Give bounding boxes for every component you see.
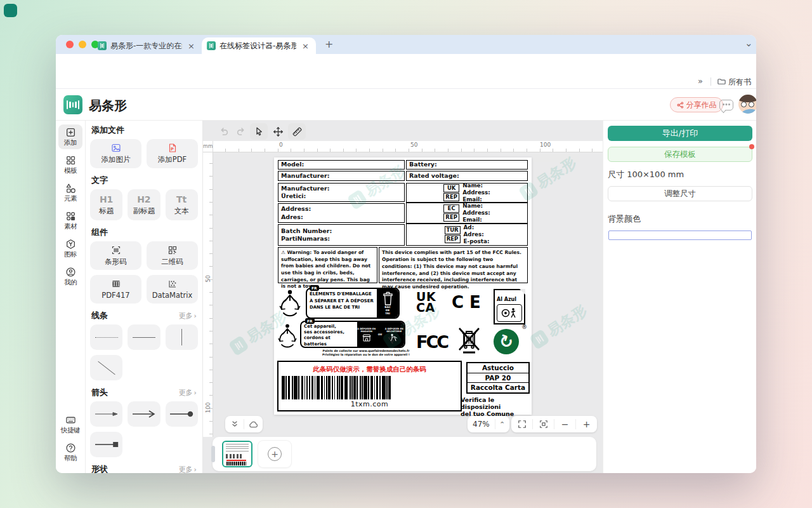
label-field: Manufacturer: — [278, 171, 405, 181]
uk-rep-box: UKREP Name:Address:Email: — [406, 183, 528, 203]
barcode-icon — [111, 245, 121, 255]
bookmarks-overflow-icon[interactable]: » — [698, 76, 703, 86]
fit-to-screen-icon[interactable] — [533, 416, 554, 432]
horizontal-ruler: 0 50 100 — [213, 141, 603, 152]
tab-inactive[interactable]: 易条形-一款专业的在线条形码、 × — [93, 37, 202, 54]
lines-more-link[interactable]: 更多› — [179, 311, 197, 321]
triman-icon — [278, 288, 302, 318]
pages-bar-handle[interactable] — [211, 446, 215, 462]
redo-icon[interactable] — [236, 126, 247, 137]
label-field: Rated voltage: — [406, 171, 528, 181]
text-subtitle-button[interactable]: H2 副标题 — [128, 189, 160, 220]
notification-dot — [749, 144, 754, 149]
export-print-button[interactable]: 导出/打印 — [608, 126, 752, 141]
close-button[interactable] — [66, 41, 74, 48]
desktop-icon[interactable] — [4, 4, 17, 17]
move-tool-icon[interactable] — [273, 126, 284, 137]
rail-item-help[interactable]: 帮助 — [58, 440, 82, 465]
solid-line-item[interactable] — [128, 324, 160, 350]
tab-active[interactable]: 在线标签设计器-易条形 × — [202, 37, 316, 54]
resize-button[interactable]: 调整尺寸 — [608, 186, 752, 201]
label-sheet[interactable]: Model: Manufacturer: Manufacturer:Üretic… — [274, 157, 532, 415]
chevron-right-icon: › — [194, 465, 197, 474]
dechetterie-icon — [390, 333, 398, 342]
barcode-object[interactable]: 此条码仅做演示，需替换成自己的条码 1txm.com — [277, 361, 462, 411]
share-button[interactable]: 分享作品 — [670, 97, 723, 112]
watermark: 易条形 — [528, 301, 591, 352]
tab-strip: 易条形-一款专业的在线条形码、 × 在线标签设计器-易条形 × + ⌄ — [56, 35, 756, 54]
ruler-tool-button[interactable] — [288, 123, 306, 140]
rail-item-add[interactable]: 添加 — [58, 124, 82, 149]
label-field: Battery: — [406, 160, 528, 170]
zoom-buttons-group: − + — [511, 416, 597, 432]
undo-icon[interactable] — [218, 126, 229, 137]
store-icon — [362, 333, 371, 342]
arrow-thin-item[interactable] — [90, 401, 122, 427]
ukca-mark: UKCA — [416, 291, 436, 312]
collection-notes: Points de collecte sur www.quefairedemes… — [312, 349, 420, 357]
rail-item-icons[interactable]: 图标 — [58, 236, 82, 261]
pdf417-component-button[interactable]: PDF417 — [90, 275, 141, 304]
add-pdf-button[interactable]: P 添加PDF — [147, 139, 198, 168]
ce-mark: CE — [452, 293, 487, 312]
arrow-circle-item[interactable] — [166, 401, 198, 427]
fr-tag: FR — [305, 318, 315, 324]
shapes-more-link[interactable]: 更多› — [179, 465, 197, 474]
rail-item-mine[interactable]: 我的 — [58, 264, 82, 289]
label-field: Address:Adres: — [278, 203, 405, 223]
section-title-arrows: 箭头 — [91, 387, 108, 398]
rail-item-templates[interactable]: 模板 — [58, 152, 82, 177]
app-header: 易条形 分享作品 — [56, 89, 756, 121]
site-favicon — [207, 41, 216, 50]
background-color-input[interactable] — [608, 231, 752, 240]
text-title-button[interactable]: H1 标题 — [90, 189, 122, 220]
user-avatar[interactable] — [738, 95, 756, 114]
text-body-button[interactable]: Tt 文本 — [166, 189, 198, 220]
rail-item-shortcuts[interactable]: 快捷键 — [58, 412, 82, 437]
ec-rep-box: ECREP Name:Address:Email: — [406, 203, 528, 224]
tab-title: 在线标签设计器-易条形 — [219, 41, 296, 51]
section-title-files: 添加文件 — [91, 124, 124, 136]
recycle-banner: Cet appareil,ses accessoires,cordons et … — [300, 321, 405, 348]
site-favicon — [98, 41, 107, 50]
arrow-open-item[interactable] — [128, 401, 160, 427]
app-logo-icon[interactable] — [63, 95, 82, 114]
select-tool-button[interactable] — [250, 123, 268, 140]
browser-window: 易条形-一款专业的在线条形码、 × 在线标签设计器-易条形 × + ⌄ http… — [56, 35, 756, 473]
new-tab-button[interactable]: + — [325, 39, 333, 50]
zoom-out-button[interactable]: − — [554, 416, 575, 432]
diagonal-line-item[interactable] — [90, 355, 122, 380]
rail-item-elements[interactable]: 元素 — [58, 180, 82, 205]
vertical-line-item[interactable] — [166, 324, 198, 350]
zoom-level-control[interactable]: 47% ⌃ — [468, 416, 509, 432]
dotted-line-item[interactable] — [90, 324, 122, 350]
arrows-more-link[interactable]: 更多› — [179, 388, 197, 398]
canvas-area[interactable]: mm 0 50 100 50 100 Model: Manufacturer: … — [203, 121, 603, 473]
minimize-button[interactable] — [79, 41, 86, 48]
tab-search-icon[interactable]: ⌄ — [745, 39, 753, 48]
page-thumbnail[interactable] — [222, 441, 252, 467]
zoom-in-button[interactable]: + — [576, 416, 597, 432]
rail-item-materials[interactable]: 素材 — [58, 208, 82, 233]
collapse-pages-icon[interactable] — [225, 416, 244, 432]
fullscreen-icon[interactable] — [511, 416, 532, 432]
add-page-button[interactable]: + — [258, 441, 291, 467]
label-field: Model: — [278, 160, 405, 170]
registered-mark: ® — [521, 324, 527, 330]
datamatrix-component-button[interactable]: DataMatrix — [147, 275, 198, 304]
tab-close-icon[interactable]: × — [186, 41, 197, 51]
paper-recycling-table: Astuccio PAP 20 Raccolta Carta — [466, 362, 530, 394]
chevron-up-icon[interactable]: ⌃ — [495, 416, 509, 432]
qrcode-component-button[interactable]: 二维码 — [147, 241, 198, 270]
feedback-chat-icon[interactable] — [719, 100, 733, 110]
save-template-button[interactable]: 保存模板 — [608, 147, 752, 162]
add-image-button[interactable]: 添加图片 — [90, 139, 141, 168]
folder-icon — [717, 77, 726, 86]
left-rail: 添加 模板 元素 素材 图标 我的 快捷键 帮助 — [56, 121, 86, 473]
tab-close-icon[interactable]: × — [300, 41, 311, 51]
cloud-sync-icon[interactable] — [244, 416, 263, 432]
canvas-collapse-group — [225, 416, 263, 432]
svg-text:P: P — [171, 147, 174, 152]
barcode-component-button[interactable]: 条形码 — [90, 241, 141, 270]
arrow-square-item[interactable] — [90, 432, 122, 457]
